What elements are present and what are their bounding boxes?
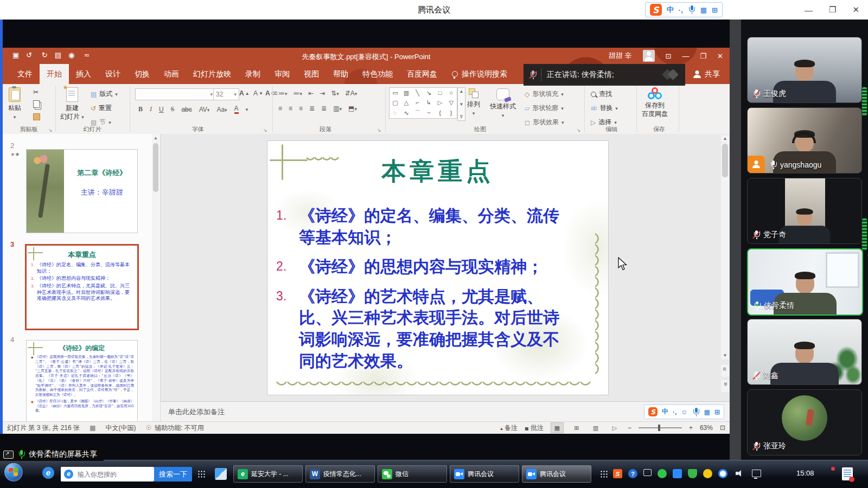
tab-design[interactable]: 设计 [98, 64, 127, 84]
notes-placeholder[interactable]: 单击此处添加备注 [168, 407, 225, 417]
ime-keyboard-icon[interactable]: ▦ [700, 6, 707, 14]
ime-keyboard-icon[interactable]: ▦ [704, 408, 710, 416]
quick-styles-button[interactable]: 快速样式 ▾ [490, 88, 516, 118]
shape-icon[interactable]: ⌒ [414, 109, 420, 117]
editor-scrollbar[interactable]: ▲ ▼ « « [721, 135, 729, 401]
font-color-dropdown[interactable]: ▾ [246, 107, 248, 112]
theme-icon[interactable]: ▦ [90, 424, 95, 432]
save-to-baidu-button[interactable]: 保存到 百度网盘 [642, 87, 668, 119]
participant-tile[interactable]: 党子奇 [747, 178, 862, 244]
tab-review[interactable]: 审阅 [267, 64, 297, 84]
ime-mic-icon[interactable] [692, 408, 700, 416]
paste-button[interactable]: 粘贴 ▾ [8, 87, 21, 120]
search-input[interactable] [76, 470, 144, 479]
smartart-convert-button[interactable]: ⬒▾ [348, 105, 357, 112]
start-button[interactable] [4, 463, 23, 481]
participant-tile[interactable]: 刘鑫 [747, 319, 862, 385]
shape-icon[interactable]: ▭ [392, 89, 398, 97]
underline-button[interactable]: U [159, 106, 164, 113]
shape-outline-button[interactable]: ▱形状轮廓▾ [525, 104, 564, 113]
notes-pane[interactable]: 单击此处添加备注 S 中 ·, ☺ ▦ ⊞ [161, 401, 730, 422]
account-name[interactable]: 甜甜 辛 [609, 51, 632, 61]
zoom-level[interactable]: 63% [700, 424, 713, 432]
meeting-tray-icon[interactable] [673, 469, 682, 478]
tab-transitions[interactable]: 切换 [127, 64, 157, 84]
ime-punct-icon[interactable]: ·, [673, 408, 676, 416]
zoom-out-button[interactable]: − [628, 424, 631, 432]
ime-lang-icon[interactable]: 中 [662, 407, 668, 416]
slide-editor-area[interactable]: 本章重点 1. 《诗经》的定名、编集、分类、流传等基本知识； 2. 《诗经》的思… [161, 134, 730, 422]
slide-thumbnail-4[interactable]: 《诗经》的编定 ◆《诗经》是我国第一部诗歌总集，先秦时期一般称为“诗”或“诗三百… [26, 340, 138, 422]
shape-fill-button[interactable]: ◇形状填充▾ [525, 89, 564, 99]
search-go-button[interactable]: 搜索一下 [154, 467, 192, 481]
tell-me-search[interactable]: 操作说明搜索 [444, 64, 515, 84]
tray-expand-icon[interactable] [600, 470, 608, 478]
tab-animations[interactable]: 动画 [157, 64, 186, 84]
ime-mic-icon[interactable] [688, 5, 695, 14]
numbering-button[interactable]: ≕▾ [293, 89, 303, 97]
decrease-indent-button[interactable]: ⇤ [308, 89, 314, 97]
font-name-combo[interactable]: ▾ [135, 88, 215, 100]
taskbar-search-box[interactable]: e [61, 467, 154, 481]
shape-icon[interactable]: ▽ [449, 99, 453, 106]
justify-button[interactable]: ≣ [309, 105, 315, 112]
italic-button[interactable]: I [150, 105, 152, 113]
align-left-button[interactable]: ≡ [278, 105, 282, 112]
comments-toggle[interactable]: ◼ 批注 [525, 423, 544, 433]
scrollbar-thumb[interactable] [153, 143, 158, 192]
scroll-up-icon[interactable]: ▲ [152, 134, 159, 142]
sogou-tray-icon[interactable]: S [613, 469, 622, 478]
maximize-button[interactable]: ❐ [829, 5, 836, 15]
shape-icon[interactable]: ╲ [416, 89, 419, 97]
shrink-font-button[interactable]: A▼ [253, 89, 263, 97]
sogou-logo-icon[interactable]: S [648, 407, 658, 416]
zoom-in-button[interactable]: + [689, 424, 693, 432]
font-size-combo[interactable]: 32▾ [213, 88, 239, 100]
slide-title[interactable]: 本章重点 [267, 155, 608, 188]
ppt-share-button[interactable]: 共享 [688, 64, 724, 84]
slide-thumbnail-3[interactable]: 本章重点 1.《诗经》的定名、编集、分类、流传等基本知识； 2.《诗经》的思想内… [25, 244, 139, 330]
taskbar-window-meeting2[interactable]: 腾讯会议 [522, 465, 591, 483]
participant-tile[interactable]: 王俊虎 [747, 37, 862, 103]
distribute-button[interactable]: ≣ [321, 105, 327, 112]
network-icon[interactable] [752, 470, 761, 477]
ime-toolbox-icon[interactable]: ⊞ [714, 408, 720, 416]
tab-insert[interactable]: 插入 [69, 64, 98, 84]
language-status[interactable]: 中文(中国) [105, 423, 136, 433]
shape-icon[interactable]: □ [438, 89, 442, 96]
drawing-dialog-launcher[interactable]: ↘ [577, 127, 581, 133]
notes-tray-icon[interactable] [842, 467, 853, 480]
slide-body[interactable]: 1. 《诗经》的定名、编集、分类、流传等基本知识； 2. 《诗经》的思想内容与现… [276, 205, 573, 380]
shape-icon[interactable]: } [450, 110, 452, 116]
shape-icon[interactable]: ∿ [404, 110, 409, 117]
accessibility-status[interactable]: 辅助功能: 不可用 [155, 423, 204, 433]
bold-button[interactable]: B [138, 105, 143, 113]
replace-button[interactable]: ab替换▾ [591, 104, 618, 113]
text-shadow-button[interactable]: abc [181, 106, 192, 113]
find-button[interactable]: 查找 [591, 89, 612, 99]
taskbar-window-yanan[interactable]: e 延安大学 - ... [233, 465, 303, 483]
increase-indent-button[interactable]: ⇥ [320, 89, 325, 97]
shape-gallery-scroll[interactable]: ▲▼⊽ [457, 87, 465, 121]
shape-icon[interactable]: ○ [449, 89, 453, 96]
bullets-button[interactable]: ≔▾ [278, 89, 288, 97]
shape-icon[interactable]: ▢ [392, 99, 398, 106]
clear-format-button[interactable]: A⌫ [265, 89, 277, 97]
notes-ime-toolbar[interactable]: S 中 ·, ☺ ▦ ⊞ [644, 404, 724, 419]
shape-icon[interactable]: △ [404, 99, 409, 106]
tab-baidu[interactable]: 百度网盘 [400, 64, 444, 84]
window-tray-icon[interactable] [643, 469, 652, 476]
ime-emoji-icon[interactable]: ☺ [681, 408, 687, 416]
shape-icon[interactable]: ~ [427, 110, 430, 116]
align-right-button[interactable]: ≡ [299, 105, 303, 112]
slide-sorter-button[interactable]: ⊞ [571, 423, 583, 433]
tab-record[interactable]: 录制 [238, 64, 267, 84]
normal-view-button[interactable]: ▦ [551, 422, 564, 433]
font-color-button[interactable]: A [234, 105, 239, 114]
slideshow-button[interactable]: ▷ [609, 423, 621, 433]
cut-button[interactable]: ✂ [33, 88, 39, 96]
text-direction-button[interactable]: ⇵A▾ [345, 89, 358, 97]
taskbar-window-wechat[interactable]: 微信 [378, 465, 447, 483]
ppt-minimize-button[interactable]: — [682, 52, 689, 60]
browser-icon[interactable]: e [42, 467, 54, 479]
